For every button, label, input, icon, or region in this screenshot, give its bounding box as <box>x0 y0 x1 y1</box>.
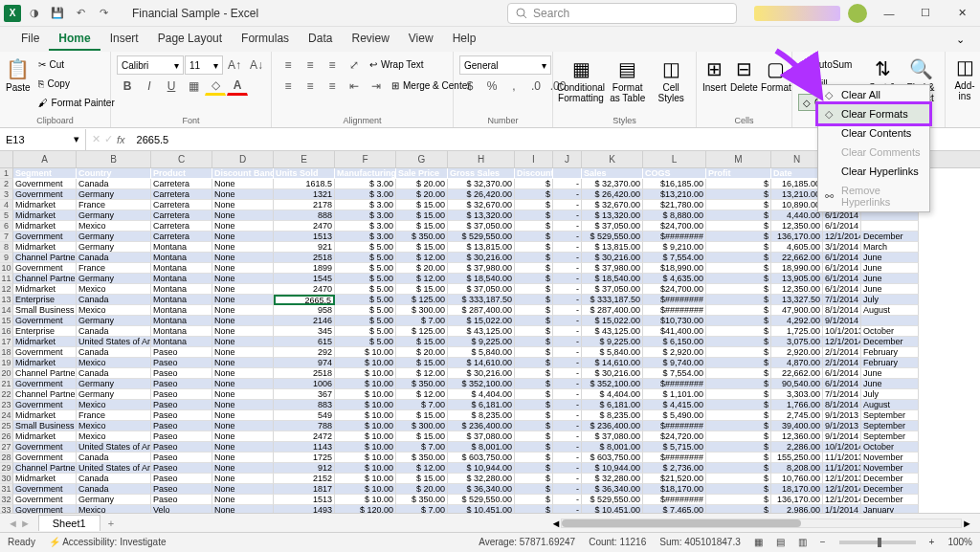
cell[interactable]: Paseo <box>151 442 212 453</box>
cell[interactable]: 7/1/2014 <box>823 389 861 400</box>
cell[interactable]: $ <box>706 431 771 442</box>
cell[interactable]: 18,990.00 <box>771 263 823 274</box>
cell[interactable]: Montana <box>151 305 212 316</box>
cell[interactable]: $ 15.00 <box>396 242 448 253</box>
cell[interactable]: - <box>553 274 582 284</box>
cell[interactable]: None <box>212 210 274 221</box>
cell[interactable]: October <box>861 442 919 453</box>
cell[interactable]: $ 5,840.00 <box>448 347 515 358</box>
cell[interactable]: $ 10.00 <box>335 400 396 410</box>
row-header[interactable]: 3 <box>0 189 13 200</box>
cell[interactable]: $ <box>515 347 553 358</box>
header-cell[interactable]: COGS <box>643 168 706 179</box>
cell[interactable]: $ 30,216.00 <box>582 253 643 263</box>
comma-icon[interactable]: , <box>503 77 524 96</box>
cell[interactable]: 10/1/2013 <box>823 326 861 337</box>
name-box[interactable]: E13▾ <box>0 129 86 150</box>
cell[interactable]: $######## <box>643 495 706 505</box>
cell[interactable]: $ <box>706 316 771 326</box>
cell[interactable]: $ 6,181.00 <box>582 400 643 410</box>
cell[interactable]: 615 <box>274 337 335 347</box>
cell[interactable]: 6/1/2014 <box>823 368 861 379</box>
scroll-right-icon[interactable]: ► <box>962 518 972 529</box>
cell[interactable]: $ 7.00 <box>396 400 448 410</box>
cell[interactable]: $ <box>706 263 771 274</box>
cell[interactable]: $ 529,550.00 <box>448 495 515 505</box>
orientation-icon[interactable]: ⤢ <box>344 55 365 75</box>
cell[interactable]: 974 <box>274 358 335 368</box>
cell[interactable]: Government <box>13 316 77 326</box>
cell[interactable]: $ 3.00 <box>335 210 396 221</box>
cell[interactable]: $ 10.00 <box>335 495 396 505</box>
cell[interactable]: $ 4,404.00 <box>582 389 643 400</box>
cell[interactable]: 12/1/2013 <box>823 474 861 484</box>
cell[interactable]: 7/1/2014 <box>823 295 861 305</box>
cell[interactable]: - <box>553 484 582 495</box>
cell[interactable]: None <box>212 442 274 453</box>
row-header[interactable]: 22 <box>0 389 13 400</box>
cell[interactable]: 2518 <box>274 368 335 379</box>
cell[interactable]: Germany <box>77 379 151 389</box>
cell[interactable]: - <box>553 232 582 242</box>
cell[interactable]: $ 333,187.50 <box>448 295 515 305</box>
cell[interactable]: $ 350.00 <box>396 495 448 505</box>
row-header[interactable]: 23 <box>0 400 13 410</box>
insert-cells-button[interactable]: ⊞Insert <box>702 55 726 109</box>
cell[interactable]: Montana <box>151 263 212 274</box>
cell[interactable]: Canada <box>77 295 151 305</box>
header-cell[interactable]: Segment <box>13 168 77 179</box>
cell[interactable]: $ <box>515 358 553 368</box>
cut-button[interactable]: ✂Cut <box>34 55 119 73</box>
ribbon-collapse-icon[interactable]: ⌄ <box>951 31 969 48</box>
cell[interactable]: $ 5.00 <box>335 253 396 263</box>
row-header[interactable]: 15 <box>0 316 13 326</box>
cell[interactable]: $ <box>515 210 553 221</box>
cell[interactable]: $ 12.00 <box>396 463 448 474</box>
cell[interactable]: $ 32,670.00 <box>582 200 643 210</box>
cell[interactable]: 9/1/2013 <box>823 410 861 421</box>
cell[interactable]: $ <box>706 453 771 463</box>
cell[interactable]: $ <box>515 179 553 189</box>
cell[interactable]: $ <box>706 210 771 221</box>
cell[interactable]: Paseo <box>151 389 212 400</box>
cell[interactable]: None <box>212 410 274 421</box>
cell[interactable]: - <box>553 337 582 347</box>
row-header[interactable]: 11 <box>0 274 13 284</box>
cell[interactable]: 1143 <box>274 442 335 453</box>
cell[interactable]: $ 287,400.00 <box>582 305 643 316</box>
cell[interactable]: $ 12.00 <box>396 253 448 263</box>
header-cell[interactable]: Profit <box>706 168 771 179</box>
cell[interactable]: Paseo <box>151 368 212 379</box>
cell[interactable]: February <box>861 358 919 368</box>
decrease-indent-icon[interactable]: ⇤ <box>344 77 365 96</box>
cell[interactable]: None <box>212 189 274 200</box>
row-header[interactable]: 28 <box>0 453 13 463</box>
cell[interactable]: 136,170.00 <box>771 495 823 505</box>
cell[interactable]: July <box>861 389 919 400</box>
cell[interactable]: 1513 <box>274 232 335 242</box>
cell[interactable]: United States of America <box>77 463 151 474</box>
cell[interactable]: 883 <box>274 400 335 410</box>
cell[interactable]: 90,540.00 <box>771 379 823 389</box>
cell[interactable]: Government <box>13 442 77 453</box>
cell[interactable]: Mexico <box>77 505 151 513</box>
cell[interactable]: 2470 <box>274 221 335 232</box>
cell[interactable]: $ 7,554.00 <box>643 368 706 379</box>
cell[interactable]: $ 5.00 <box>335 274 396 284</box>
cell[interactable]: 4,870.00 <box>771 358 823 368</box>
tab-page-layout[interactable]: Page Layout <box>148 28 232 51</box>
row-header[interactable]: 31 <box>0 484 13 495</box>
tab-formulas[interactable]: Formulas <box>232 28 299 51</box>
cell[interactable]: Paseo <box>151 463 212 474</box>
cell[interactable]: - <box>553 242 582 253</box>
cell[interactable]: - <box>553 305 582 316</box>
cell[interactable]: Midmarket <box>13 358 77 368</box>
cell[interactable]: Mexico <box>77 431 151 442</box>
cell[interactable]: $ 7,465.00 <box>643 505 706 513</box>
cell[interactable]: 912 <box>274 463 335 474</box>
cell[interactable]: None <box>212 431 274 442</box>
tab-help[interactable]: Help <box>443 28 486 51</box>
cell[interactable]: Carretera <box>151 210 212 221</box>
cell[interactable]: $ <box>706 495 771 505</box>
cell[interactable]: None <box>212 242 274 253</box>
